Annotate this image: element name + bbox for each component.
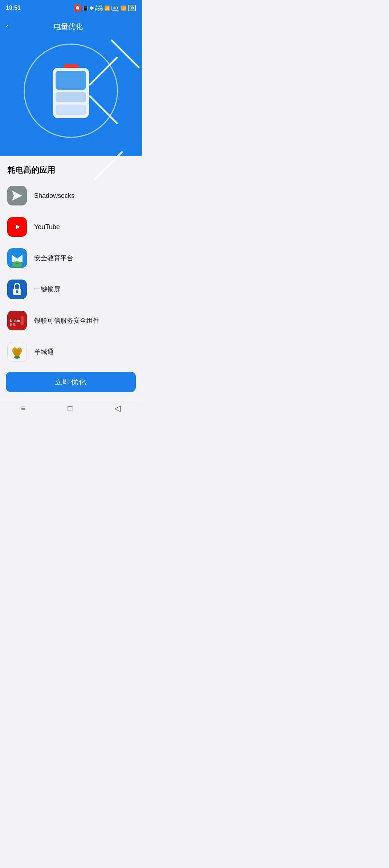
status-bar: 10:51 📳 ✱ 4.00KB/S 📶 HD 📶 89 (0, 0, 142, 16)
battery-indicator: 89 (128, 5, 136, 11)
optimize-button-wrap: 立即优化 (0, 367, 142, 398)
network-speed: 4.00KB/S (95, 4, 103, 12)
unionpay-logo-icon: Union 银联 (9, 315, 25, 326)
list-item[interactable]: Union 银联 银联可信服务安全组件 (0, 305, 142, 336)
home-button[interactable]: □ (68, 404, 72, 413)
battery-level-high (56, 71, 86, 90)
app-name-unionpay: 银联可信服务安全组件 (34, 316, 100, 325)
list-item[interactable]: 安全教育平台 (0, 243, 142, 274)
lock-icon (12, 283, 23, 296)
app-list: Shadowsocks YouTube 安全教育平台 (0, 180, 142, 367)
bluetooth-icon: ✱ (90, 5, 94, 11)
page-title: 电量优化 (11, 22, 125, 32)
page-header: ‹ 电量优化 (0, 16, 142, 33)
back-button[interactable]: ‹ (6, 20, 11, 33)
list-item[interactable]: 一键锁屏 (0, 274, 142, 305)
back-nav-button[interactable]: ◁ (114, 404, 121, 413)
app-name-youtube: YouTube (34, 223, 60, 231)
vibrate-icon: 📳 (82, 5, 88, 11)
x-line-bottom (89, 95, 118, 124)
leaf-security-icon (8, 249, 26, 267)
shadowsocks-icon (7, 186, 27, 205)
yangchengtong-icon (7, 342, 27, 362)
paper-plane-icon (11, 190, 23, 202)
svg-rect-10 (17, 292, 18, 293)
app-name-onekey-lock: 一键锁屏 (34, 285, 60, 294)
onekey-lock-icon (7, 280, 27, 299)
svg-rect-0 (76, 7, 79, 9)
section-title: 耗电高的应用 (0, 156, 142, 180)
svg-rect-13 (21, 316, 24, 325)
youtube-icon (7, 217, 27, 237)
list-item[interactable]: Shadowsocks (0, 180, 142, 211)
signal-icon: 📶 (121, 5, 126, 11)
app-name-yangchengtong: 羊城通 (34, 347, 54, 356)
battery-level-mid (56, 92, 86, 102)
x-line-top (89, 56, 118, 86)
yangchengtong-logo-icon (9, 344, 25, 359)
list-item[interactable]: YouTube (0, 211, 142, 243)
battery-illustration (51, 64, 91, 118)
wifi-icon: 📶 (104, 5, 110, 11)
security-edu-icon (7, 248, 27, 268)
status-time: 10:51 (6, 5, 21, 11)
hero-circle (24, 44, 118, 138)
svg-rect-1 (77, 6, 78, 7)
menu-button[interactable]: ≡ (21, 404, 26, 413)
battery-body (53, 68, 89, 118)
svg-text:Union: Union (10, 319, 20, 323)
optimize-button[interactable]: 立即优化 (6, 372, 136, 392)
battery-level-low (56, 105, 86, 115)
svg-point-14 (14, 356, 20, 359)
hd-badge: HD (112, 6, 119, 11)
list-item[interactable]: 羊城通 (0, 336, 142, 367)
bottom-nav: ≡ □ ◁ (0, 398, 142, 418)
battery-terminal (64, 64, 78, 68)
hero-section (0, 33, 142, 156)
notification-badge (74, 4, 81, 12)
play-icon (11, 223, 23, 231)
unionpay-icon: Union 银联 (7, 311, 27, 330)
svg-text:银联: 银联 (9, 323, 16, 326)
app-name-shadowsocks: Shadowsocks (34, 192, 74, 200)
status-icons: 📳 ✱ 4.00KB/S 📶 HD 📶 89 (74, 4, 136, 12)
app-name-security-edu: 安全教育平台 (34, 254, 73, 262)
